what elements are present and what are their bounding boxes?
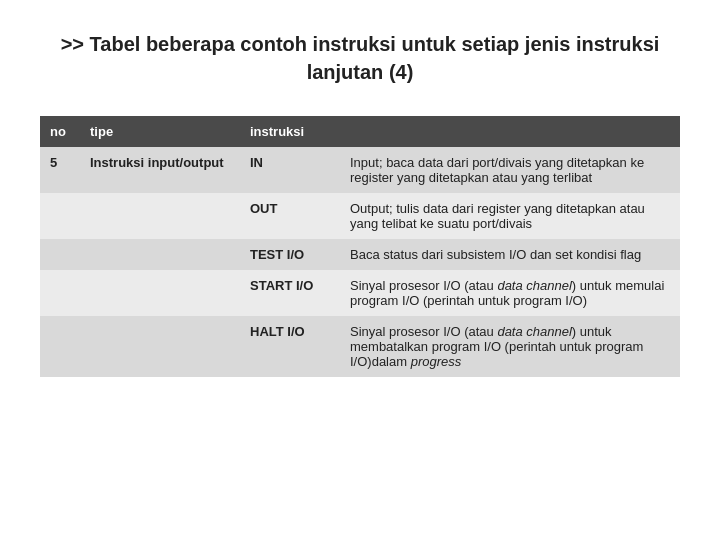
cell-instruksi-1: IN [240,147,340,193]
cell-no-4 [40,270,80,316]
header-tipe: tipe [80,116,240,147]
cell-instruksi-2: OUT [240,193,340,239]
cell-instruksi-4: START I/O [240,270,340,316]
table-row: OUT Output; tulis data dari register yan… [40,193,680,239]
cell-no-1: 5 [40,147,80,193]
header-instruksi: instruksi [240,116,340,147]
cell-desc-4: Sinyal prosesor I/O (atau data channel) … [340,270,680,316]
cell-desc-1: Input; baca data dari port/divais yang d… [340,147,680,193]
header-desc [340,116,680,147]
page-title: >> Tabel beberapa contoh instruksi untuk… [40,30,680,86]
cell-no-3 [40,239,80,270]
main-table: no tipe instruksi 5 Instruksi input/outp… [40,116,680,377]
cell-tipe-3 [80,239,240,270]
table-row: 5 Instruksi input/output IN Input; baca … [40,147,680,193]
table-header-row: no tipe instruksi [40,116,680,147]
cell-tipe-5 [80,316,240,377]
table-row: TEST I/O Baca status dari subsistem I/O … [40,239,680,270]
cell-desc-5: Sinyal prosesor I/O (atau data channel) … [340,316,680,377]
cell-no-2 [40,193,80,239]
cell-tipe-1: Instruksi input/output [80,147,240,193]
cell-tipe-2 [80,193,240,239]
cell-instruksi-3: TEST I/O [240,239,340,270]
table-row: START I/O Sinyal prosesor I/O (atau data… [40,270,680,316]
table-row: HALT I/O Sinyal prosesor I/O (atau data … [40,316,680,377]
cell-instruksi-5: HALT I/O [240,316,340,377]
header-no: no [40,116,80,147]
cell-desc-2: Output; tulis data dari register yang di… [340,193,680,239]
cell-tipe-4 [80,270,240,316]
cell-no-5 [40,316,80,377]
cell-desc-3: Baca status dari subsistem I/O dan set k… [340,239,680,270]
